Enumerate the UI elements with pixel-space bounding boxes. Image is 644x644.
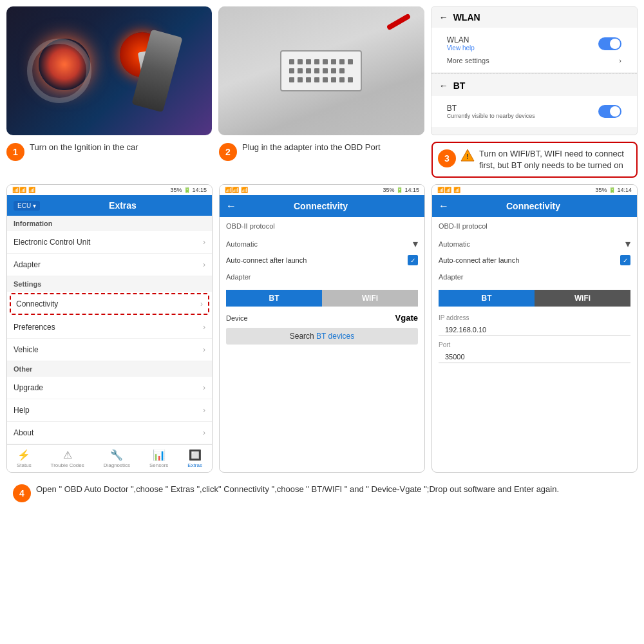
phone3-connectivity: OBD-II protocol Automatic ▾ Auto-connect… [432,217,637,363]
bt-title: BT [453,80,466,91]
menu-preferences-item[interactable]: Preferences › [7,316,212,339]
obd-port-bg [218,6,424,135]
wlan-toggle-row: WLAN View help [439,33,629,54]
nav-sensors[interactable]: 📊 Sensors [149,449,168,468]
menu-upgrade-label: Upgrade [14,383,43,392]
step3-box: 3 ! Turn on WIFI/BT, WIFI need to connec… [431,142,638,178]
phone1-bottom-nav: ⚡ Status ⚠ Trouble Codes 🔧 Diagnostics 📊… [7,444,212,472]
phone2-app-header: ← Connectivity [220,195,424,217]
extras-nav-icon: 🔲 [189,449,202,461]
wlan-header: ← WLAN [431,7,637,28]
pin [298,68,303,73]
menu-about-item[interactable]: About › [7,422,212,444]
pin [323,68,328,73]
menu-upgrade-item[interactable]: Upgrade › [7,377,212,399]
phone2-status-left: 📶📶 📶 [225,187,248,193]
more-settings-chevron: › [619,57,621,64]
phone2-adapter-label: Adapter [220,268,424,286]
phone3-obd-protocol-value[interactable]: Automatic [439,240,470,248]
step4-circle: 4 [13,484,31,502]
menu-vehicle-item[interactable]: Vehicle › [7,339,212,361]
step1-text: Turn on the Ignition in the car [30,142,138,153]
wlan-section: WLAN View help More settings › [431,28,637,72]
phone2-wifi-tab[interactable]: WiFi [322,290,418,307]
wlan-title: WLAN [453,12,480,23]
pin [339,59,345,64]
pin [314,59,319,64]
bt-back-arrow[interactable]: ← [439,80,448,91]
phone3-status-bar: 📶📶 📶 35% 🔋 14:14 [432,185,637,195]
adapter-chevron: › [203,260,205,269]
phone3-obd-dropdown[interactable]: ▾ [618,238,630,250]
view-help-link[interactable]: View help [447,44,475,52]
pin [289,77,294,82]
pin [323,77,328,82]
bt-toggle[interactable] [598,105,621,118]
phone2-auto-connect-checkbox[interactable]: ✓ [408,255,418,265]
pin-row-2 [289,68,353,73]
phone1-section-other: Other [7,361,212,377]
top-row: ← WLAN WLAN View help More settings › [6,6,638,135]
phone2-connectivity: OBD-II protocol Automatic ▾ Auto-connect… [220,217,424,345]
menu-ecu-item[interactable]: Electronic Control Unit › [7,231,212,254]
more-settings-label: More settings [447,57,489,64]
menu-adapter-item[interactable]: Adapter › [7,254,212,276]
menu-connectivity-item[interactable]: Connectivity › [10,293,209,315]
menu-help-item[interactable]: Help › [7,399,212,422]
phone1-section-settings: Settings [7,276,212,292]
diag-nav-icon: 🔧 [110,449,123,461]
step1-item: 1 Turn on the Ignition in the car [6,142,213,178]
phone2-obd-protocol-value[interactable]: Automatic [226,240,258,248]
phone2-obd-dropdown[interactable]: ▾ [405,238,418,250]
step2-item: 2 Plug in the adapter into the OBD Port [219,142,425,178]
bt-sub-label: Currently visible to nearby devices [447,113,535,119]
wlan-bt-panel: ← WLAN WLAN View help More settings › [431,6,638,135]
phone2-auto-connect-label: Auto-connect after launch [226,256,307,264]
wlan-back-arrow[interactable]: ← [439,12,448,23]
nav-status-label: Status [17,462,32,468]
phone2-search-highlight: BT devices [316,332,354,341]
pin [306,59,311,64]
preferences-chevron: › [203,323,205,332]
phone2-bt-tab[interactable]: BT [226,290,322,307]
nav-trouble[interactable]: ⚠ Trouble Codes [51,449,84,468]
phone3-ip-label: IP address [432,310,637,323]
wlan-toggle[interactable] [598,37,621,50]
phone3-obd-protocol-row: Automatic ▾ [432,235,637,252]
phone2-status-right: 35% 🔋 14:15 [383,187,419,193]
step1-circle: 1 [6,143,24,161]
pin [298,77,303,82]
nav-diag-label: Diagnostics [104,462,130,468]
phone1-screenshot: 📶📶 📶 35% 🔋 14:15 ECU ▾ Extras Informatio… [6,184,213,473]
warning-icon: ! [460,148,475,164]
phone1-status-right: 35% 🔋 14:15 [170,187,207,193]
step2-text: Plug in the adapter into the OBD Port [242,142,381,153]
more-settings-row[interactable]: More settings › [439,54,629,67]
nav-extras[interactable]: 🔲 Extras [187,449,202,468]
phone3-bt-tab[interactable]: BT [439,290,535,307]
phone3-wifi-tab[interactable]: WiFi [535,290,630,307]
step4-row: 4 Open " OBD Auto Doctor ",choose " Extr… [6,479,638,506]
phone1-title: Extras [109,200,137,211]
step3-text: Turn on WIFI/BT, WIFI need to connect fi… [479,148,631,171]
nav-extras-label: Extras [187,462,202,468]
menu-adapter-label: Adapter [14,260,41,269]
status-nav-icon: ⚡ [17,449,30,461]
phone3-ip-input[interactable] [439,324,630,336]
nav-diagnostics[interactable]: 🔧 Diagnostics [104,449,130,468]
step2-circle: 2 [219,143,237,161]
phone3-obd-protocol-label: OBD-II protocol [432,217,637,235]
ecu-badge[interactable]: ECU ▾ [14,201,40,211]
pin [298,59,303,64]
main-container: ← WLAN WLAN View help More settings › [0,0,644,644]
phone3-port-input[interactable] [439,351,630,363]
wlan-label-group: WLAN View help [447,35,475,52]
pin [348,59,353,64]
phone3-auto-connect-checkbox[interactable]: ✓ [620,255,630,265]
phone2-obd-protocol-row: Automatic ▾ [220,235,424,252]
nav-status[interactable]: ⚡ Status [17,449,32,468]
phone3-back[interactable]: ← [439,200,449,212]
phone2-back[interactable]: ← [226,200,236,212]
vehicle-chevron: › [203,345,205,354]
phone2-search-btn[interactable]: Search BT devices [226,328,418,345]
